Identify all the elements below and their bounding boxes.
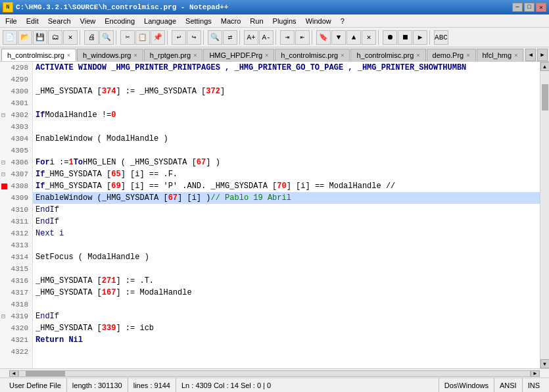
code-row-4321[interactable]: Return Nil	[33, 334, 540, 346]
scroll-track[interactable]	[541, 71, 549, 359]
menu-item-plugins[interactable]: Plugins	[269, 16, 300, 26]
tab-close-1[interactable]: ×	[133, 52, 137, 59]
menu-item-edit[interactable]: Edit	[22, 16, 43, 26]
menu-item-?[interactable]: ?	[337, 16, 348, 26]
code-row-4322[interactable]	[33, 346, 540, 358]
code-row-4306[interactable]: For i := 1 To HMG_LEN ( _HMG_SYSDATA [ 6…	[33, 157, 540, 168]
menu-item-run[interactable]: Run	[246, 16, 267, 26]
replace-button[interactable]: ⇄	[223, 30, 237, 45]
fold-open-icon[interactable]: ⊟	[1, 159, 5, 166]
scroll-down-button[interactable]: ▼	[540, 359, 550, 368]
vertical-scrollbar[interactable]: ▲ ▼	[540, 62, 549, 368]
redo-button[interactable]: ↪	[187, 30, 201, 45]
macro-stop-button[interactable]: ⏹	[398, 30, 412, 45]
tab-4[interactable]: h_controlmisc.prg×	[275, 49, 350, 61]
code-row-4305[interactable]	[33, 145, 540, 157]
menu-item-macro[interactable]: Macro	[217, 16, 245, 26]
menu-item-file[interactable]: File	[1, 16, 21, 26]
tab-close-2[interactable]: ×	[193, 52, 197, 59]
code-row-4310[interactable]: EndIf	[33, 204, 540, 216]
code-row-4309[interactable]: EnableWindow (_HMG_SYSDATA [ 67 ] [i] ) …	[33, 192, 540, 204]
zoom-in-button[interactable]: A+	[244, 30, 258, 45]
macro-record-button[interactable]: ⏺	[383, 30, 397, 45]
menu-item-search[interactable]: Search	[44, 16, 75, 26]
indent-button[interactable]: ⇥	[280, 30, 295, 45]
code-row-4302[interactable]: If ModalHandle != 0	[33, 109, 540, 121]
save-button[interactable]: 💾	[33, 30, 47, 45]
find-button[interactable]: 🔍	[208, 30, 222, 45]
fold-open-icon[interactable]: ⊟	[1, 111, 5, 119]
open-button[interactable]: 📂	[18, 30, 32, 45]
paste-button[interactable]: 📌	[151, 30, 165, 45]
tab-close-4[interactable]: ×	[341, 52, 344, 59]
tab-2[interactable]: h_rptgen.prg×	[144, 49, 203, 61]
spellcheck-button[interactable]: ABC	[434, 30, 448, 45]
tab-close-6[interactable]: ×	[466, 52, 469, 59]
minimize-button[interactable]: ─	[512, 3, 523, 12]
scroll-left-button[interactable]: ◀	[9, 370, 18, 377]
code-row-4317[interactable]: _HMG_SYSDATA [ 167 ] := ModalHandle	[33, 287, 540, 299]
code-row-4303[interactable]	[33, 121, 540, 133]
save-all-button[interactable]: 🗂	[48, 30, 62, 45]
code-row-4301[interactable]	[33, 97, 540, 109]
menu-item-settings[interactable]: Settings	[181, 16, 216, 26]
tab-7[interactable]: hfcl_hmg×	[477, 49, 524, 61]
hscroll-thumb[interactable]	[26, 371, 65, 376]
scroll-right-button[interactable]: ▶	[531, 370, 540, 377]
code-row-4319[interactable]: EndIf	[33, 310, 540, 322]
code-row-4315[interactable]	[33, 263, 540, 275]
code-row-4300[interactable]: _HMG_SYSDATA [ 374 ] := _HMG_SYSDATA [ 3…	[33, 86, 540, 97]
fold-open-icon[interactable]: ⊟	[1, 312, 5, 320]
outdent-button[interactable]: ⇤	[295, 30, 310, 45]
copy-button[interactable]: 📋	[135, 30, 150, 45]
fold-open-icon[interactable]: ⊟	[1, 170, 5, 178]
code-row-4311[interactable]: EndIf	[33, 216, 540, 228]
tab-0[interactable]: h_controlmisc.prg×	[1, 49, 76, 61]
tab-close-3[interactable]: ×	[265, 52, 268, 59]
code-area[interactable]: ACTIVATE WINDOW _HMG_PRINTER_PRINTPAGES …	[33, 62, 540, 368]
tab-1[interactable]: h_windows.prg×	[77, 49, 143, 61]
code-row-4307[interactable]: If _HMG_SYSDATA [ 65 ] [i] == .F.	[33, 168, 540, 180]
tab-3[interactable]: HMG_HPDF.Prg×	[203, 49, 274, 61]
tab-5[interactable]: h_controlmisc.prg×	[350, 49, 425, 61]
bookmark-clear-button[interactable]: ✕	[362, 30, 376, 45]
horizontal-scrollbar[interactable]: ◀ ▶	[0, 368, 549, 378]
code-row-4304[interactable]: EnableWindow ( ModalHandle )	[33, 133, 540, 145]
tab-close-7[interactable]: ×	[514, 52, 517, 59]
scroll-up-button[interactable]: ▲	[540, 62, 550, 71]
cut-button[interactable]: ✂	[120, 30, 135, 45]
macro-play-button[interactable]: ▶	[413, 30, 427, 45]
tab-close-5[interactable]: ×	[416, 52, 419, 59]
bookmark-prev-button[interactable]: ▲	[346, 30, 361, 45]
code-row-4298[interactable]: ACTIVATE WINDOW _HMG_PRINTER_PRINTPAGES …	[33, 62, 540, 74]
bookmark-toggle-button[interactable]: 🔖	[316, 30, 331, 45]
code-row-4312[interactable]: Next i	[33, 228, 540, 239]
close-button[interactable]: ✕	[536, 3, 546, 12]
tab-close-0[interactable]: ×	[67, 52, 70, 59]
tab-scroll-right[interactable]: ▶	[537, 49, 548, 61]
new-button[interactable]: 📄	[3, 30, 17, 45]
tab-6[interactable]: demo.Prg×	[427, 49, 476, 61]
menu-item-view[interactable]: View	[76, 16, 100, 26]
code-row-4320[interactable]: _HMG_SYSDATA [ 339 ] := icb	[33, 322, 540, 334]
undo-button[interactable]: ↩	[172, 30, 186, 45]
code-row-4308[interactable]: If _HMG_SYSDATA [ 69 ] [i] == 'P' .AND. …	[33, 180, 540, 192]
fold-closed-icon[interactable]	[1, 184, 7, 189]
zoom-out-button[interactable]: A-	[259, 30, 274, 45]
code-row-4318[interactable]	[33, 299, 540, 310]
menu-item-language[interactable]: Language	[140, 16, 180, 26]
close-file-button[interactable]: ✕	[63, 30, 78, 45]
code-row-4316[interactable]: _HMG_SYSDATA [ 271 ] := .T.	[33, 275, 540, 287]
code-row-4313[interactable]	[33, 239, 540, 251]
code-row-4299[interactable]	[33, 74, 540, 86]
print-button[interactable]: 🖨	[84, 30, 99, 45]
tab-scroll-left[interactable]: ◀	[525, 49, 536, 61]
scroll-thumb[interactable]	[542, 84, 548, 110]
hscroll-track[interactable]	[18, 370, 531, 377]
menu-item-window[interactable]: Window	[302, 16, 335, 26]
menu-item-encoding[interactable]: Encoding	[101, 16, 139, 26]
code-row-4314[interactable]: SetFocus ( ModalHandle )	[33, 251, 540, 263]
bookmark-next-button[interactable]: ▼	[331, 30, 346, 45]
maximize-button[interactable]: □	[524, 3, 535, 12]
print-preview-button[interactable]: 🔍	[99, 30, 114, 45]
